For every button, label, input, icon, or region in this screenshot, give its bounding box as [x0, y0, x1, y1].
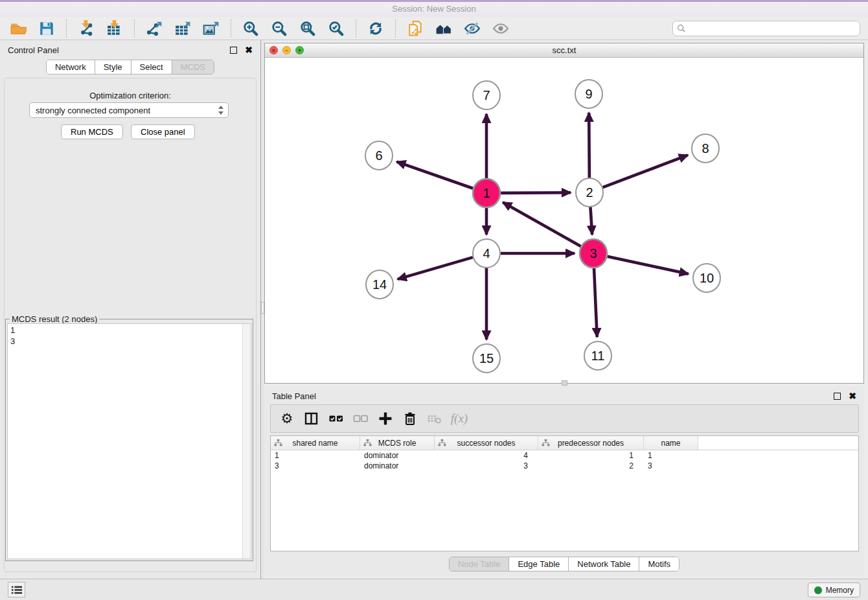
task-history-button[interactable]	[8, 582, 25, 597]
close-panel-button[interactable]: Close panel	[131, 124, 195, 139]
column-header-shared-name[interactable]: shared name	[271, 436, 360, 450]
cell-successor-nodes[interactable]: 3	[435, 461, 538, 471]
cell-successor-nodes[interactable]: 4	[435, 450, 538, 461]
graph-node-8[interactable]: 8	[692, 134, 719, 163]
graph-node-11[interactable]: 11	[584, 341, 611, 370]
zoom-in-icon[interactable]	[240, 19, 261, 38]
import-table-icon[interactable]	[104, 19, 125, 38]
tab-node-table[interactable]: Node Table	[450, 557, 510, 571]
list-icon	[11, 585, 23, 595]
zoom-selected-icon[interactable]	[326, 19, 347, 38]
split-view-icon[interactable]	[302, 409, 321, 428]
result-scrollbar[interactable]	[242, 324, 251, 559]
add-column-icon[interactable]	[376, 409, 395, 428]
cell-shared-name[interactable]: 1	[271, 450, 360, 461]
toolbar-separator	[66, 19, 67, 38]
network-window-titlebar[interactable]: × − + scc.txt	[265, 43, 863, 58]
export-table-icon[interactable]	[172, 19, 193, 38]
zoom-fit-icon[interactable]	[297, 19, 318, 38]
show-all-icon[interactable]	[490, 19, 511, 38]
edge-2-8[interactable]	[603, 155, 688, 187]
graph-node-15[interactable]: 15	[473, 344, 500, 373]
graph-node-9[interactable]: 9	[575, 80, 602, 108]
select-all-icon[interactable]	[326, 409, 346, 428]
column-header-predecessor-nodes[interactable]: predecessor nodes	[538, 436, 644, 450]
save-session-icon[interactable]	[36, 19, 57, 38]
tab-motifs[interactable]: Motifs	[639, 557, 679, 571]
edge-4-14[interactable]	[398, 257, 473, 279]
graph-node-2[interactable]: 2	[576, 178, 603, 207]
duplicate-network-icon[interactable]	[405, 19, 426, 38]
svg-text:10: 10	[700, 271, 714, 285]
column-header-name[interactable]: name	[644, 436, 698, 450]
svg-text:9: 9	[585, 87, 592, 101]
node-table: shared name MCDS role successor nodes pr…	[270, 435, 859, 551]
export-network-icon[interactable]	[144, 19, 165, 38]
graph-node-4[interactable]: 4	[473, 239, 500, 268]
graph-node-6[interactable]: 6	[365, 141, 393, 170]
svg-text:11: 11	[591, 349, 605, 363]
column-header-MCDS-role[interactable]: MCDS role	[360, 436, 435, 450]
edge-1-6[interactable]	[396, 162, 473, 189]
graph-node-7[interactable]: 7	[473, 81, 500, 110]
cell-name[interactable]: 3	[644, 461, 698, 471]
criterion-select[interactable]: strongly connected component	[29, 102, 229, 118]
edge-3-1[interactable]	[503, 202, 581, 246]
first-neighbors-icon[interactable]	[433, 19, 454, 38]
toolbar-separator	[231, 19, 231, 38]
deselect-all-icon[interactable]	[351, 409, 371, 428]
graph-node-3[interactable]: 3	[580, 239, 607, 268]
table-row[interactable]: 1dominator411	[271, 450, 858, 461]
edge-2-3[interactable]	[590, 207, 592, 235]
zoom-out-icon[interactable]	[269, 19, 290, 38]
float-table-panel-icon[interactable]	[834, 393, 841, 400]
mcds-result-text[interactable]: 13	[7, 323, 251, 559]
graph-node-1[interactable]: 1	[473, 179, 500, 207]
import-network-icon[interactable]	[76, 19, 97, 38]
table-row[interactable]: 3dominator323	[271, 461, 858, 471]
toolbar-separator	[134, 19, 135, 38]
memory-button[interactable]: Memory	[808, 583, 860, 597]
tab-network-table[interactable]: Network Table	[569, 557, 639, 571]
cell-MCDS-role[interactable]: dominator	[360, 450, 435, 461]
close-panel-icon[interactable]: ✖	[245, 47, 253, 54]
tab-mcds[interactable]: MCDS	[172, 60, 214, 74]
search-box[interactable]	[672, 21, 860, 36]
run-mcds-button[interactable]: Run MCDS	[61, 124, 123, 139]
edge-2-9[interactable]	[589, 113, 589, 178]
cell-predecessor-nodes[interactable]: 1	[538, 450, 644, 461]
svg-text:8: 8	[702, 141, 709, 156]
network-graph-canvas[interactable]: 7968124314101511	[265, 58, 863, 382]
gear-icon[interactable]: ⚙	[277, 409, 297, 428]
horizontal-sash-handle[interactable]	[562, 380, 567, 386]
edge-3-11[interactable]	[594, 268, 597, 337]
optimization-criterion-label: Optimization criterion:	[0, 91, 260, 100]
hide-selected-icon[interactable]	[462, 19, 483, 38]
control-panel: Control Panel ✖ NetworkStyleSelectMCDS O…	[0, 40, 261, 579]
search-input[interactable]	[689, 23, 856, 33]
cell-predecessor-nodes[interactable]: 2	[538, 461, 644, 471]
cell-shared-name[interactable]: 3	[271, 461, 360, 471]
graph-node-14[interactable]: 14	[366, 270, 393, 299]
svg-text:15: 15	[479, 351, 494, 365]
export-image-icon[interactable]	[201, 19, 222, 38]
network-window-title: scc.txt	[265, 45, 863, 55]
edge-1-2[interactable]	[501, 192, 571, 193]
graph-node-10[interactable]: 10	[693, 264, 720, 292]
close-table-panel-icon[interactable]: ✖	[849, 393, 856, 400]
refresh-icon[interactable]	[365, 19, 386, 38]
tab-edge-table[interactable]: Edge Table	[509, 557, 569, 571]
result-line: 1	[10, 325, 248, 336]
tab-network[interactable]: Network	[47, 60, 95, 74]
delete-icon[interactable]	[400, 409, 420, 428]
column-header-successor-nodes[interactable]: successor nodes	[435, 436, 538, 450]
table-header-row: shared name MCDS role successor nodes pr…	[271, 436, 858, 450]
edge-3-10[interactable]	[607, 257, 688, 274]
tab-style[interactable]: Style	[95, 60, 131, 74]
cell-MCDS-role[interactable]: dominator	[360, 461, 435, 471]
open-file-icon[interactable]	[8, 19, 29, 38]
tab-select[interactable]: Select	[131, 60, 172, 74]
float-panel-icon[interactable]	[230, 47, 237, 54]
toolbar-separator	[356, 19, 356, 38]
cell-name[interactable]: 1	[644, 450, 698, 461]
